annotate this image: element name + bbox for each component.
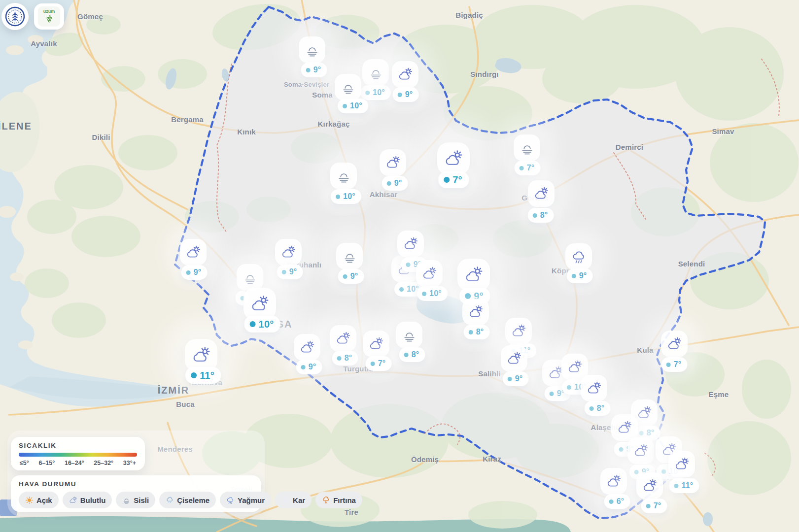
- temperature-dot: [371, 362, 375, 366]
- weather-marker-cloud-sun[interactable]: [668, 451, 695, 477]
- weather-marker-fog[interactable]: [330, 163, 357, 189]
- fog-icon: [122, 496, 131, 504]
- weather-marker-cloud-sun[interactable]: [392, 61, 418, 88]
- temperature-value: 8°: [412, 350, 419, 359]
- temperature-value: 10°: [429, 289, 442, 298]
- temperature-pill[interactable]: 8°: [464, 325, 490, 339]
- temperature-pill[interactable]: 10°: [331, 189, 361, 204]
- weather-marker-cloud-sun[interactable]: [462, 299, 489, 325]
- temperature-pill[interactable]: 8°: [399, 347, 425, 362]
- weather-legend-title: HAVA DURUMU: [19, 480, 254, 488]
- weather-marker-cloud-sun[interactable]: [661, 331, 688, 357]
- weather-marker-cloud-sun[interactable]: [611, 414, 638, 441]
- weather-marker-fog[interactable]: [362, 59, 389, 86]
- ministry-logo-button[interactable]: [1, 3, 29, 30]
- weather-chip-bulutlu[interactable]: Bulutlu: [63, 492, 112, 508]
- cloud-sun-icon: [464, 266, 484, 285]
- drizzle-icon: [166, 496, 174, 504]
- weather-marker-fog[interactable]: [335, 74, 361, 100]
- weather-marker-fog[interactable]: [396, 322, 422, 348]
- cloud-sun-icon: [398, 67, 413, 82]
- weather-marker-rain[interactable]: [565, 243, 592, 270]
- temperature-pill[interactable]: 9°: [393, 87, 419, 102]
- weather-chip-label: Yağmur: [238, 496, 265, 504]
- temperature-pill[interactable]: 7°: [438, 171, 469, 188]
- weather-marker-cloud-sun[interactable]: [180, 239, 207, 266]
- temperature-dot: [343, 274, 347, 279]
- cloud-sun-icon: [534, 186, 549, 201]
- weather-marker-cloud-sun[interactable]: [505, 318, 532, 344]
- weather-chip-kar[interactable]: Kar: [275, 492, 312, 508]
- uzum-logo-button[interactable]: üzüm: [34, 3, 64, 30]
- temperature-pill[interactable]: 9°: [382, 176, 408, 191]
- cloud-sun-icon: [250, 295, 270, 314]
- temperature-pill[interactable]: 7°: [515, 161, 541, 175]
- weather-chip-sisli[interactable]: Sisli: [116, 492, 155, 508]
- weather-marker-cloud-sun[interactable]: [330, 325, 356, 352]
- temperature-pill[interactable]: 10°: [417, 286, 448, 301]
- temperature-pill[interactable]: 6°: [604, 494, 630, 509]
- temperature-value: 7°: [378, 359, 386, 368]
- temperature-dot: [634, 470, 639, 474]
- weather-marker-cloud-sun[interactable]: [457, 259, 490, 291]
- weather-marker-fog[interactable]: [299, 36, 325, 63]
- temperature-pill[interactable]: 9°: [301, 63, 327, 77]
- temperature-value: 8°: [597, 404, 605, 413]
- temperature-pill[interactable]: 9°: [503, 371, 529, 386]
- weather-marker-cloud-sun[interactable]: [363, 331, 389, 357]
- temperature-pill[interactable]: 9°: [338, 269, 364, 284]
- temperature-pill[interactable]: 7°: [366, 356, 392, 371]
- weather-marker-cloud-sun[interactable]: [437, 142, 470, 175]
- temperature-dot: [572, 274, 576, 278]
- weather-marker-cloud-sun[interactable]: [600, 468, 627, 495]
- weather-marker-cloud-sun[interactable]: [380, 149, 406, 176]
- temperature-pill[interactable]: 11°: [669, 478, 699, 493]
- weather-marker-cloud-sun[interactable]: [636, 472, 663, 499]
- temperature-pill[interactable]: 10°: [360, 85, 391, 100]
- cloud-sun-icon: [667, 336, 682, 352]
- temperature-pill[interactable]: 8°: [528, 208, 554, 223]
- temperature-pill[interactable]: 9°: [277, 265, 303, 279]
- weather-marker-fog[interactable]: [237, 264, 263, 291]
- temperature-dot: [533, 213, 537, 218]
- weather-marker-cloud-sun[interactable]: [501, 345, 527, 372]
- temperature-pill[interactable]: 11°: [185, 367, 221, 384]
- temperature-dot: [404, 353, 409, 357]
- weather-marker-cloud-sun[interactable]: [275, 239, 302, 266]
- weather-marker-fog[interactable]: [514, 134, 540, 161]
- weather-chip-f-rt-na[interactable]: Fırtına: [315, 492, 362, 508]
- weather-chip-iseleme[interactable]: Çiseleme: [159, 492, 216, 508]
- temperature-pill[interactable]: 9°: [296, 360, 322, 374]
- temperature-dot: [639, 431, 644, 435]
- weather-marker-fog[interactable]: [336, 243, 363, 269]
- weather-marker-cloud-sun[interactable]: [416, 260, 443, 287]
- weather-marker-cloud-sun[interactable]: [397, 231, 424, 257]
- temperature-dot: [619, 447, 624, 452]
- temperature-pill[interactable]: 10°: [244, 316, 280, 332]
- weather-filter-chips: AçıkBulutluSisliÇiselemeYağmurKarFırtına: [19, 492, 254, 508]
- weather-marker-cloud-sun[interactable]: [528, 180, 555, 207]
- weather-marker-cloud-sun[interactable]: [581, 375, 607, 401]
- temperature-value: 8°: [345, 354, 352, 363]
- temperature-pill[interactable]: 7°: [661, 357, 688, 372]
- temperature-pill[interactable]: 7°: [641, 499, 667, 513]
- cloud-sun-icon: [507, 351, 522, 366]
- cloud-sun-icon: [385, 155, 401, 170]
- temperature-dot: [399, 287, 404, 292]
- weather-chip-label: Sisli: [134, 496, 149, 504]
- storm-icon: [322, 496, 330, 504]
- weather-chip-ya-mur[interactable]: Yağmur: [220, 492, 271, 508]
- temperature-legend-card: SICAKLIK ≤5°6–15°16–24°25–32°33°+: [11, 437, 145, 470]
- weather-marker-cloud-sun[interactable]: [294, 334, 320, 361]
- weather-marker-cloud-sun[interactable]: [627, 437, 654, 464]
- temperature-pill[interactable]: 9°: [181, 265, 208, 280]
- fog-icon: [243, 270, 258, 285]
- temperature-pill[interactable]: 8°: [332, 351, 358, 366]
- temperature-value: 9°: [515, 374, 523, 383]
- temperature-pill[interactable]: 8°: [585, 401, 611, 416]
- temperature-pill[interactable]: 9°: [567, 268, 593, 283]
- weather-chip-a-k[interactable]: Açık: [19, 492, 59, 508]
- cloud-sun-icon: [468, 304, 484, 320]
- temperature-pill[interactable]: 10°: [338, 99, 368, 113]
- cloud-sun-icon: [587, 381, 602, 396]
